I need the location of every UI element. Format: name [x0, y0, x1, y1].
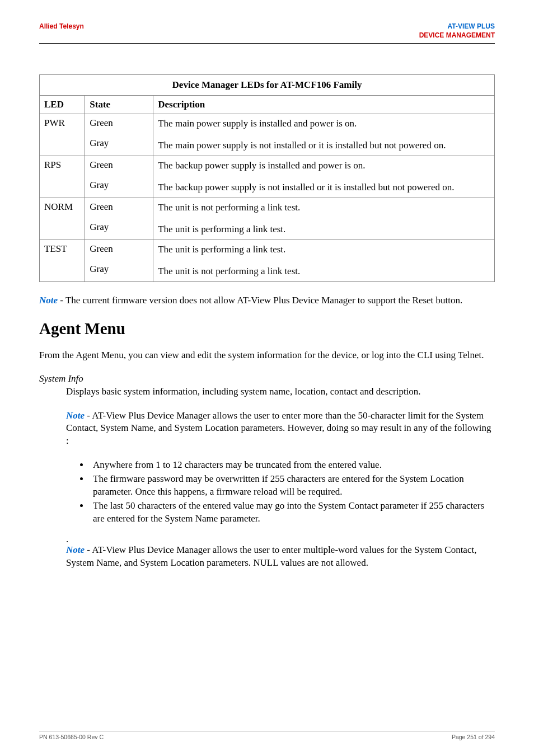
header-right-block: AT-VIEW PLUS DEVICE MANAGEMENT: [419, 22, 495, 40]
table-header-row: LED State Description: [40, 96, 495, 114]
desc-value: The unit is not performing a link test.: [158, 265, 490, 278]
footer-partnumber: PN 613-50665-00 Rev C: [39, 734, 104, 740]
state-value: Green: [90, 243, 148, 255]
desc-value: The backup power supply is installed and…: [158, 159, 490, 172]
col-led: LED: [40, 96, 85, 114]
led-cell: PWR: [40, 114, 85, 156]
list-item: The last 50 characters of the entered va…: [90, 500, 495, 525]
brand-name: Allied Telesyn: [39, 22, 84, 30]
state-value: Gray: [90, 180, 148, 191]
footer-divider: [39, 731, 495, 731]
list-item: Anywhere from 1 to 12 characters may be …: [90, 459, 495, 472]
state-cell: Green Gray: [85, 198, 153, 240]
list-item: The firmware password may be overwritten…: [90, 473, 495, 499]
desc-value: The unit is performing a link test.: [158, 223, 490, 236]
state-cell: Green Gray: [85, 240, 153, 281]
header-divider: [39, 43, 495, 44]
section-heading: Agent Menu: [39, 320, 495, 338]
note-label: Note: [66, 544, 85, 555]
led-cell: RPS: [40, 156, 85, 198]
note-label: Note: [39, 295, 58, 306]
product-name: AT-VIEW PLUS: [419, 22, 495, 31]
table-caption: Device Manager LEDs for AT-MCF106 Family: [39, 74, 495, 95]
intro-paragraph: From the Agent Menu, you can view and ed…: [39, 349, 495, 362]
col-description: Description: [153, 96, 495, 114]
state-value: Green: [90, 118, 148, 129]
led-cell: TEST: [40, 240, 85, 281]
led-cell: NORM: [40, 198, 85, 240]
state-value: Gray: [90, 138, 148, 149]
note-text: - AT-View Plus Device Manager allows the…: [66, 410, 491, 447]
desc-value: The main power supply is not installed o…: [158, 139, 490, 152]
state-value: Green: [90, 201, 148, 213]
system-info-label: System Info: [39, 373, 495, 384]
desc-cell: The unit is performing a link test. The …: [153, 240, 495, 281]
note-paragraph: Note - AT-View Plus Device Manager allow…: [66, 544, 495, 570]
desc-value: The main power supply is installed and p…: [158, 118, 490, 130]
desc-value: The unit is not performing a link test.: [158, 201, 490, 214]
col-state: State: [85, 96, 153, 114]
footer-pagenum: Page 251 of 294: [452, 734, 495, 740]
note-paragraph: Note - The current firmware version does…: [39, 294, 495, 307]
note-paragraph: Note - AT-View Plus Device Manager allow…: [66, 410, 495, 448]
state-value: Gray: [90, 264, 148, 275]
note-text: - AT-View Plus Device Manager allows the…: [66, 544, 476, 568]
bullet-list: Anywhere from 1 to 12 characters may be …: [90, 459, 495, 525]
stray-period: .: [66, 534, 495, 544]
system-info-desc: Displays basic system information, inclu…: [66, 386, 495, 398]
section-name: DEVICE MANAGEMENT: [419, 31, 495, 40]
page-footer: PN 613-50665-00 Rev C Page 251 of 294: [39, 731, 495, 740]
desc-value: The backup power supply is not installed…: [158, 181, 490, 194]
table-row: PWR Green Gray The main power supply is …: [40, 114, 495, 156]
state-cell: Green Gray: [85, 156, 153, 198]
led-table: Device Manager LEDs for AT-MCF106 Family…: [39, 74, 495, 282]
note-label: Note: [66, 410, 85, 421]
table-row: TEST Green Gray The unit is performing a…: [40, 240, 495, 281]
note-text: - The current firmware version does not …: [58, 295, 462, 306]
state-cell: Green Gray: [85, 114, 153, 156]
desc-cell: The backup power supply is installed and…: [153, 156, 495, 198]
page-header: Allied Telesyn AT-VIEW PLUS DEVICE MANAG…: [39, 22, 495, 40]
table-row: RPS Green Gray The backup power supply i…: [40, 156, 495, 198]
state-value: Gray: [90, 222, 148, 233]
state-value: Green: [90, 159, 148, 171]
table-row: NORM Green Gray The unit is not performi…: [40, 198, 495, 240]
desc-value: The unit is performing a link test.: [158, 243, 490, 256]
desc-cell: The main power supply is installed and p…: [153, 114, 495, 156]
desc-cell: The unit is not performing a link test. …: [153, 198, 495, 240]
